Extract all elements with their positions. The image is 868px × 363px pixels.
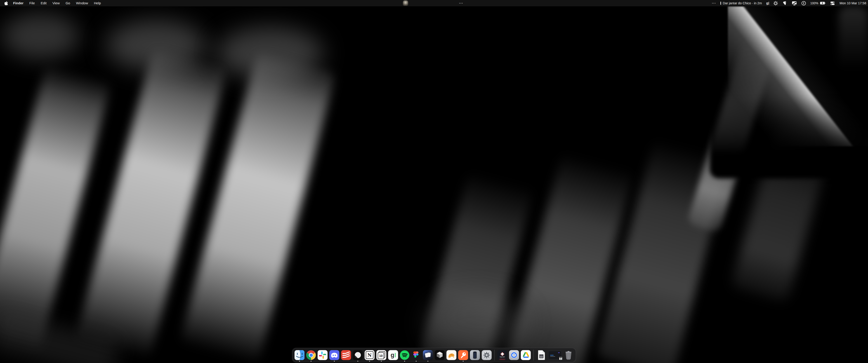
sunburst-icon (773, 1, 778, 6)
running-indicator (463, 361, 464, 362)
system-settings-icon (482, 350, 492, 360)
dock-item-discord[interactable] (329, 349, 339, 361)
notion-icon: N (365, 350, 375, 360)
calendar-event-text: Dar jantar do Chico · in 2m (723, 1, 762, 5)
running-indicator (299, 361, 300, 362)
dock-item-system-settings[interactable] (482, 349, 492, 361)
dock-item-1password[interactable] (509, 349, 519, 361)
dock-item-todoist[interactable] (341, 349, 351, 361)
cursor-icon (435, 350, 445, 360)
dock-separator (533, 350, 534, 361)
discord-icon (329, 350, 339, 360)
menu-item-window[interactable]: Window (73, 0, 91, 6)
running-indicator (428, 361, 428, 362)
dock-item-chrome[interactable] (306, 349, 316, 361)
finder-icon (294, 350, 305, 360)
pick-menubar-item[interactable] (782, 1, 787, 6)
card-shape (427, 353, 431, 357)
desktop: Finder File Edit View Go Window Help ⋯ ⋯… (0, 0, 868, 363)
menu-bar-clock: Mon 10 Mar 17:58 (839, 1, 866, 5)
dock-item-postman[interactable] (458, 349, 468, 361)
running-indicator (416, 361, 416, 362)
calendar-badge: 11 (559, 357, 563, 360)
menu-item-finder[interactable]: Finder (10, 0, 26, 6)
dock-item-trash[interactable] (563, 349, 574, 361)
running-indicator (404, 361, 405, 362)
user-avatar (403, 0, 408, 6)
wallpaper-fade (710, 97, 868, 178)
wallpaper-edge-band (839, 6, 868, 70)
dock-item-google-drive[interactable] (521, 349, 531, 361)
notion-calendar-icon: 10 (376, 350, 386, 360)
dock-item-cards-app[interactable] (423, 349, 433, 361)
document-file-icon (536, 350, 546, 360)
apple-icon (4, 1, 8, 5)
menubar-overflow-item-2[interactable]: ⋯ (712, 0, 716, 6)
battery-charging-icon (820, 1, 826, 5)
dock-item-granola[interactable]: g (388, 349, 398, 361)
dock-item-spotify[interactable] (400, 349, 409, 361)
dock-item-striped-sphere[interactable] (353, 349, 363, 361)
dock-item-slack[interactable] (318, 349, 328, 361)
menu-item-edit[interactable]: Edit (38, 0, 50, 6)
dock-item-finder[interactable] (294, 349, 305, 361)
thumbnail-content (550, 356, 555, 357)
granola-icon: g (388, 350, 398, 360)
display-menubar-item[interactable] (792, 1, 797, 6)
clock-menubar-item[interactable]: Mon 10 Mar 17:58 (839, 1, 866, 5)
dock-item-notion-calendar[interactable]: 10 (376, 349, 386, 361)
menu-item-help[interactable]: Help (91, 0, 104, 6)
dock-item-window-thumbnail[interactable]: 11 (548, 349, 562, 361)
sunburst-menubar-item[interactable] (773, 1, 778, 6)
apple-menu[interactable] (3, 1, 10, 5)
ellipsis-icon: ⋯ (459, 0, 463, 6)
control-center-icon (830, 1, 835, 5)
event-color-bar (720, 2, 721, 5)
thumbnail-content (558, 352, 560, 353)
wallpaper-blob (425, 294, 529, 352)
ellipsis-icon: ⋯ (712, 0, 716, 6)
menu-bar-left: Finder File Edit View Go Window Help (0, 0, 104, 6)
dock-item-iphone-mirroring[interactable] (470, 349, 480, 361)
window-thumbnail: 11 (548, 351, 562, 360)
menubar-avatar-item[interactable] (403, 0, 408, 6)
dock-item-cursor[interactable] (435, 349, 445, 361)
granola-cursor (395, 353, 396, 357)
menu-item-file[interactable]: File (26, 0, 38, 6)
dock-item-raycast[interactable]: raycast (497, 349, 507, 361)
dock-item-figma[interactable] (411, 349, 421, 361)
pick-shield-icon (782, 1, 787, 6)
running-indicator (311, 361, 311, 362)
calendar-event-item[interactable]: Dar jantar do Chico · in 2m (720, 1, 762, 5)
menu-bar: Finder File Edit View Go Window Help ⋯ ⋯… (0, 0, 868, 6)
battery-percent: 100% (810, 1, 818, 5)
menu-bar-status: ⋯ Dar jantar do Chico · in 2m g (712, 0, 866, 6)
running-indicator (358, 361, 358, 362)
granola-text-cursor-icon: g (766, 2, 769, 5)
dock-item-mammoth[interactable] (446, 349, 456, 361)
striped-sphere-icon (353, 350, 363, 360)
cards-app-icon (423, 350, 433, 360)
granola-menubar-item[interactable]: g (766, 2, 769, 5)
dock-item-notion[interactable]: N (365, 349, 375, 361)
granola-letter: g (391, 352, 395, 358)
running-indicator (381, 361, 382, 362)
google-drive-icon (521, 350, 531, 360)
dock-item-document[interactable] (536, 349, 546, 361)
1password-menubar-item[interactable] (801, 1, 806, 6)
dock-separator (494, 350, 495, 361)
1password-dock-icon (509, 350, 519, 360)
raycast-label: raycast (500, 356, 505, 358)
mammoth-icon (446, 350, 456, 360)
menu-item-go[interactable]: Go (63, 0, 73, 6)
calendar-date: 10 (378, 352, 384, 359)
desktop-wallpaper (0, 0, 868, 363)
notion-letter: N (366, 351, 373, 359)
figma-icon (411, 350, 421, 360)
menubar-overflow-item[interactable]: ⋯ (459, 0, 463, 6)
slack-icon (318, 350, 328, 360)
menu-item-view[interactable]: View (50, 0, 63, 6)
todoist-icon (341, 350, 351, 360)
battery-menubar-item[interactable]: 100% (810, 1, 826, 5)
control-center-menubar-item[interactable] (830, 1, 835, 5)
